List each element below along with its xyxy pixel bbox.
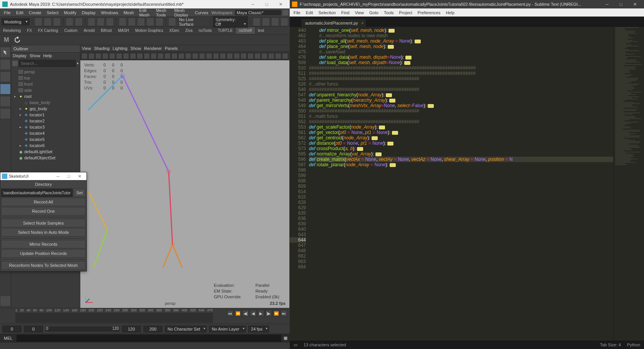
goto-end-icon[interactable]: ⏭ <box>281 310 287 317</box>
save-scene-icon[interactable] <box>53 18 61 26</box>
reconform-nodes-to-selected-mesh-button[interactable]: Reconform Nodes To Selected Mesh <box>1 261 86 270</box>
shelf-tab-rendering[interactable]: Rendering <box>0 27 24 34</box>
viewport-menu-lighting[interactable]: Lighting <box>113 46 128 51</box>
skeletor-close-button[interactable]: ✕ <box>74 174 85 179</box>
viewport-tool-icon[interactable] <box>261 53 267 59</box>
shelf-tab-xgen[interactable]: XGen <box>166 27 183 34</box>
viewport-tool-icon[interactable] <box>158 53 164 59</box>
outliner-node-base_body[interactable]: ◇base_body <box>11 99 80 106</box>
viewport-menu-panels[interactable]: Panels <box>165 46 178 51</box>
shelf-tab-fx[interactable]: FX <box>24 27 35 34</box>
sublime-menu-selection[interactable]: Selection <box>316 10 338 16</box>
outliner-node-top[interactable]: top <box>11 75 80 81</box>
range-track[interactable]: 0 120 <box>45 326 120 332</box>
new-scene-icon[interactable] <box>35 18 42 26</box>
cmd-lang-label[interactable]: MEL <box>0 336 17 341</box>
viewport-tool-icon[interactable] <box>234 53 240 59</box>
shelf-tab-test[interactable]: test <box>255 27 267 34</box>
render-icon[interactable] <box>262 18 270 26</box>
sublime-close-button[interactable]: ✕ <box>628 0 642 8</box>
outliner-node-side[interactable]: side <box>11 87 80 93</box>
sublime-menu-edit[interactable]: Edit <box>304 10 315 16</box>
redo-icon[interactable] <box>75 18 83 26</box>
viewport-tool-icon[interactable] <box>247 53 254 59</box>
menu-edit[interactable]: Edit <box>14 10 26 16</box>
shelf-tab-arnold[interactable]: Arnold <box>81 27 98 34</box>
outliner-search[interactable] <box>19 60 76 67</box>
snap-plane-icon[interactable] <box>146 18 154 26</box>
outliner-node-locator1[interactable]: ▸✛locator1 <box>11 112 80 118</box>
outliner-node-root[interactable]: ▸✦root <box>11 93 80 99</box>
viewport-tool-icon[interactable] <box>185 53 191 59</box>
viewport-tool-icon[interactable] <box>164 53 171 59</box>
shelf-tab-motion graphics[interactable]: Motion Graphics <box>132 27 166 34</box>
outliner-node-locator6[interactable]: ▸✛locator6 <box>11 142 80 149</box>
viewport-canvas[interactable]: Verts:000Edges:000Faces:000Tris:000UVs:0… <box>80 60 289 308</box>
outliner-node-persp[interactable]: persp <box>11 69 80 75</box>
sublime-maximize-button[interactable]: □ <box>614 0 628 8</box>
viewport-tool-icon[interactable] <box>81 53 88 59</box>
outliner-node-locator2[interactable]: ✛locator2 <box>11 118 80 124</box>
shelf-tab-fx caching[interactable]: FX Caching <box>35 27 61 34</box>
skeletor-max-button[interactable]: □ <box>63 174 74 179</box>
sublime-menu-preferences[interactable]: Preferences <box>415 10 443 16</box>
animlayer-dropdown[interactable]: No Anim Layer <box>209 326 246 332</box>
record-all-button[interactable]: Record All <box>1 198 86 206</box>
play-back-icon[interactable]: ◀ <box>250 310 257 317</box>
viewport-menu-show[interactable]: Show <box>131 46 141 51</box>
viewport-tool-icon[interactable] <box>171 53 178 59</box>
cmd-input[interactable] <box>17 335 149 342</box>
undo-icon[interactable] <box>66 18 73 26</box>
viewport-tool-icon[interactable] <box>206 53 212 59</box>
record-one-button[interactable]: Record One <box>1 207 86 215</box>
outliner-node-locator3[interactable]: ▸✛locator3 <box>11 124 80 130</box>
rotate-tool-icon[interactable] <box>0 84 11 94</box>
code-area[interactable]: def mirror_one(self, mesh, node): #...re… <box>309 27 613 341</box>
outliner-menu-display[interactable]: Display <box>13 53 27 58</box>
viewport-tool-icon[interactable] <box>178 53 184 59</box>
minimap[interactable] <box>613 27 644 341</box>
sublime-menu-file[interactable]: File <box>291 10 303 16</box>
select-mode-icon[interactable] <box>88 18 95 26</box>
viewport-tool-icon[interactable] <box>144 53 150 59</box>
sublime-menu-goto[interactable]: Goto <box>367 10 381 16</box>
last-tool-icon[interactable] <box>0 108 11 119</box>
sublime-menu-view[interactable]: View <box>352 10 366 16</box>
symmetry-dropdown[interactable]: Symmetry: Off <box>213 16 248 28</box>
shelf-tab-ziva[interactable]: Ziva <box>182 27 196 34</box>
tab-size-status[interactable]: Tab Size: 4 <box>600 342 621 347</box>
menu-mesh-display[interactable]: Mesh Display <box>172 7 192 18</box>
sublime-menu-help[interactable]: Help <box>443 10 457 16</box>
viewport-tool-icon[interactable] <box>199 53 205 59</box>
workspace-selector[interactable] <box>235 10 281 15</box>
menu-create[interactable]: Create <box>27 10 44 16</box>
viewport-tool-icon[interactable] <box>241 53 247 59</box>
fps-dropdown[interactable]: 24 fps <box>248 326 269 332</box>
sublime-menu-project[interactable]: Project <box>397 10 415 16</box>
layout-icon[interactable] <box>0 296 11 306</box>
snap-curve-icon[interactable] <box>128 18 136 26</box>
range-inner-start[interactable] <box>24 326 43 332</box>
set-button[interactable]: Set <box>73 189 86 197</box>
viewport-menu-view[interactable]: View <box>82 46 91 51</box>
sublime-minimize-button[interactable]: ─ <box>600 0 614 8</box>
step-back-icon[interactable]: ◀| <box>242 310 249 317</box>
script-editor-icon[interactable]: ▦ <box>281 336 290 341</box>
skeletor-titlebar[interactable]: SkeletorUI ─ □ ✕ <box>0 172 86 180</box>
dropdown-icon[interactable]: ▾ <box>77 61 79 65</box>
viewport-tool-icon[interactable] <box>254 53 261 59</box>
magnet-icon[interactable] <box>168 18 176 26</box>
shelf-tab-bifrost[interactable]: Bifrost <box>98 27 115 34</box>
viewport-tool-icon[interactable] <box>268 53 274 59</box>
shelf-tab-nstools[interactable]: nsTools <box>196 27 215 34</box>
timeline[interactable]: 1204060801001201401601802002202402602803… <box>0 308 290 324</box>
scale-tool-icon[interactable] <box>0 96 11 107</box>
viewport-menu-renderer[interactable]: Renderer <box>144 46 162 51</box>
close-button[interactable]: ✕ <box>274 0 287 8</box>
module-dropdown[interactable]: Modeling <box>2 18 30 25</box>
viewport-tool-icon[interactable] <box>88 53 95 59</box>
skeletor-window[interactable]: SkeletorUI ─ □ ✕ Directory Set Record Al… <box>0 172 87 271</box>
lasso-icon[interactable] <box>97 18 105 26</box>
shelf-tab-nsshelf[interactable]: nsShelf <box>236 27 255 34</box>
viewport-tool-icon[interactable] <box>116 53 122 59</box>
